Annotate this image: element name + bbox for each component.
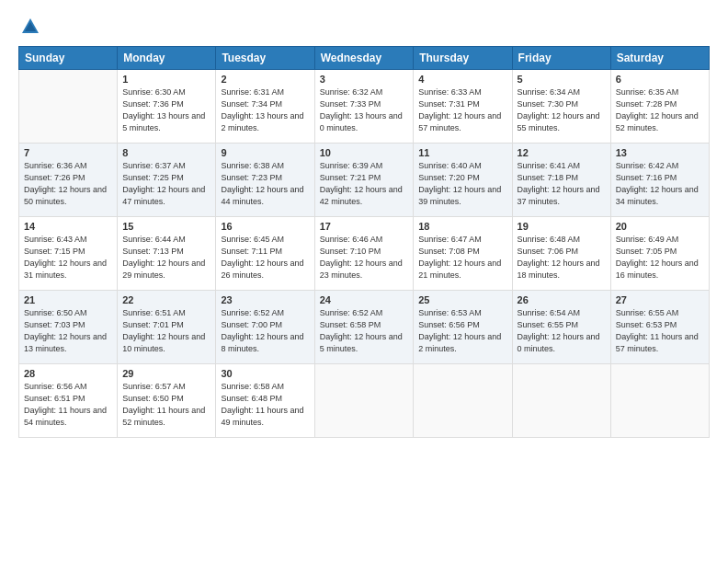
calendar-cell <box>314 364 414 438</box>
day-number: 10 <box>320 147 409 158</box>
day-info: Sunrise: 6:40 AMSunset: 7:20 PMDaylight:… <box>418 160 506 208</box>
day-number: 21 <box>24 294 112 305</box>
calendar-cell: 7Sunrise: 6:36 AMSunset: 7:26 PMDaylight… <box>19 144 118 217</box>
logo <box>18 17 40 37</box>
header <box>18 17 710 37</box>
day-number: 25 <box>418 294 506 305</box>
day-info: Sunrise: 6:30 AMSunset: 7:36 PMDaylight:… <box>122 86 210 134</box>
day-number: 7 <box>24 147 112 158</box>
day-info: Sunrise: 6:41 AMSunset: 7:18 PMDaylight:… <box>518 160 606 208</box>
day-number: 18 <box>418 221 506 232</box>
calendar-cell: 3Sunrise: 6:32 AMSunset: 7:33 PMDaylight… <box>314 70 414 144</box>
day-number: 28 <box>24 368 112 379</box>
calendar-cell <box>610 364 709 438</box>
day-number: 24 <box>320 294 409 305</box>
weekday-header-saturday: Saturday <box>610 47 709 70</box>
calendar-cell: 20Sunrise: 6:49 AMSunset: 7:05 PMDayligh… <box>610 217 709 291</box>
day-number: 14 <box>24 221 112 232</box>
day-info: Sunrise: 6:52 AMSunset: 7:00 PMDaylight:… <box>221 307 309 355</box>
day-number: 11 <box>418 147 506 158</box>
page: SundayMondayTuesdayWednesdayThursdayFrid… <box>0 0 728 563</box>
day-number: 23 <box>221 294 309 305</box>
day-info: Sunrise: 6:34 AMSunset: 7:30 PMDaylight:… <box>518 86 606 134</box>
day-info: Sunrise: 6:46 AMSunset: 7:10 PMDaylight:… <box>320 234 409 282</box>
day-info: Sunrise: 6:36 AMSunset: 7:26 PMDaylight:… <box>24 160 112 208</box>
day-number: 1 <box>122 74 210 85</box>
day-number: 6 <box>616 74 704 85</box>
weekday-header-monday: Monday <box>118 47 216 70</box>
day-number: 29 <box>122 368 210 379</box>
day-number: 8 <box>122 147 210 158</box>
calendar-cell: 19Sunrise: 6:48 AMSunset: 7:06 PMDayligh… <box>512 217 610 291</box>
weekday-header-friday: Friday <box>512 47 610 70</box>
calendar-cell: 10Sunrise: 6:39 AMSunset: 7:21 PMDayligh… <box>314 144 414 217</box>
day-number: 2 <box>221 74 309 85</box>
calendar-cell: 4Sunrise: 6:33 AMSunset: 7:31 PMDaylight… <box>414 70 512 144</box>
calendar-cell: 1Sunrise: 6:30 AMSunset: 7:36 PMDaylight… <box>118 70 216 144</box>
day-info: Sunrise: 6:37 AMSunset: 7:25 PMDaylight:… <box>122 160 210 208</box>
calendar-header-row: SundayMondayTuesdayWednesdayThursdayFrid… <box>19 47 710 70</box>
day-info: Sunrise: 6:51 AMSunset: 7:01 PMDaylight:… <box>122 307 210 355</box>
calendar-cell: 30Sunrise: 6:58 AMSunset: 6:48 PMDayligh… <box>216 364 314 438</box>
calendar-week-row: 7Sunrise: 6:36 AMSunset: 7:26 PMDaylight… <box>19 144 710 217</box>
day-info: Sunrise: 6:45 AMSunset: 7:11 PMDaylight:… <box>221 234 309 282</box>
day-number: 12 <box>518 147 606 158</box>
calendar-cell: 5Sunrise: 6:34 AMSunset: 7:30 PMDaylight… <box>512 70 610 144</box>
day-info: Sunrise: 6:52 AMSunset: 6:58 PMDaylight:… <box>320 307 409 355</box>
calendar-cell: 22Sunrise: 6:51 AMSunset: 7:01 PMDayligh… <box>118 291 216 364</box>
day-number: 22 <box>122 294 210 305</box>
day-number: 19 <box>518 221 606 232</box>
calendar-cell: 15Sunrise: 6:44 AMSunset: 7:13 PMDayligh… <box>118 217 216 291</box>
calendar-cell: 29Sunrise: 6:57 AMSunset: 6:50 PMDayligh… <box>118 364 216 438</box>
calendar-cell: 8Sunrise: 6:37 AMSunset: 7:25 PMDaylight… <box>118 144 216 217</box>
calendar-cell: 16Sunrise: 6:45 AMSunset: 7:11 PMDayligh… <box>216 217 314 291</box>
day-number: 20 <box>616 221 704 232</box>
day-number: 5 <box>518 74 606 85</box>
calendar-cell: 25Sunrise: 6:53 AMSunset: 6:56 PMDayligh… <box>414 291 512 364</box>
day-info: Sunrise: 6:39 AMSunset: 7:21 PMDaylight:… <box>320 160 409 208</box>
day-info: Sunrise: 6:33 AMSunset: 7:31 PMDaylight:… <box>418 86 506 134</box>
calendar-cell: 13Sunrise: 6:42 AMSunset: 7:16 PMDayligh… <box>610 144 709 217</box>
day-number: 13 <box>616 147 704 158</box>
day-info: Sunrise: 6:55 AMSunset: 6:53 PMDaylight:… <box>616 307 704 355</box>
calendar-cell: 6Sunrise: 6:35 AMSunset: 7:28 PMDaylight… <box>610 70 709 144</box>
weekday-header-sunday: Sunday <box>19 47 118 70</box>
calendar-week-row: 21Sunrise: 6:50 AMSunset: 7:03 PMDayligh… <box>19 291 710 364</box>
calendar-cell: 28Sunrise: 6:56 AMSunset: 6:51 PMDayligh… <box>19 364 118 438</box>
calendar-cell: 27Sunrise: 6:55 AMSunset: 6:53 PMDayligh… <box>610 291 709 364</box>
day-info: Sunrise: 6:43 AMSunset: 7:15 PMDaylight:… <box>24 234 112 282</box>
calendar-cell <box>512 364 610 438</box>
day-number: 26 <box>518 294 606 305</box>
calendar-week-row: 14Sunrise: 6:43 AMSunset: 7:15 PMDayligh… <box>19 217 710 291</box>
day-number: 16 <box>221 221 309 232</box>
calendar-cell: 2Sunrise: 6:31 AMSunset: 7:34 PMDaylight… <box>216 70 314 144</box>
day-info: Sunrise: 6:47 AMSunset: 7:08 PMDaylight:… <box>418 234 506 282</box>
day-info: Sunrise: 6:53 AMSunset: 6:56 PMDaylight:… <box>418 307 506 355</box>
day-info: Sunrise: 6:58 AMSunset: 6:48 PMDaylight:… <box>221 381 309 429</box>
day-number: 17 <box>320 221 409 232</box>
weekday-header-wednesday: Wednesday <box>314 47 414 70</box>
weekday-header-thursday: Thursday <box>414 47 512 70</box>
calendar-cell: 14Sunrise: 6:43 AMSunset: 7:15 PMDayligh… <box>19 217 118 291</box>
calendar-cell: 23Sunrise: 6:52 AMSunset: 7:00 PMDayligh… <box>216 291 314 364</box>
day-number: 30 <box>221 368 309 379</box>
day-info: Sunrise: 6:49 AMSunset: 7:05 PMDaylight:… <box>616 234 704 282</box>
calendar-cell <box>19 70 118 144</box>
day-number: 27 <box>616 294 704 305</box>
calendar-cell: 26Sunrise: 6:54 AMSunset: 6:55 PMDayligh… <box>512 291 610 364</box>
weekday-header-tuesday: Tuesday <box>216 47 314 70</box>
day-info: Sunrise: 6:31 AMSunset: 7:34 PMDaylight:… <box>221 86 309 134</box>
day-number: 15 <box>122 221 210 232</box>
calendar-cell: 24Sunrise: 6:52 AMSunset: 6:58 PMDayligh… <box>314 291 414 364</box>
day-info: Sunrise: 6:44 AMSunset: 7:13 PMDaylight:… <box>122 234 210 282</box>
calendar-cell <box>414 364 512 438</box>
day-number: 9 <box>221 147 309 158</box>
calendar-week-row: 1Sunrise: 6:30 AMSunset: 7:36 PMDaylight… <box>19 70 710 144</box>
day-info: Sunrise: 6:42 AMSunset: 7:16 PMDaylight:… <box>616 160 704 208</box>
day-number: 3 <box>320 74 409 85</box>
day-info: Sunrise: 6:57 AMSunset: 6:50 PMDaylight:… <box>122 381 210 429</box>
day-info: Sunrise: 6:48 AMSunset: 7:06 PMDaylight:… <box>518 234 606 282</box>
calendar-cell: 18Sunrise: 6:47 AMSunset: 7:08 PMDayligh… <box>414 217 512 291</box>
calendar-cell: 21Sunrise: 6:50 AMSunset: 7:03 PMDayligh… <box>19 291 118 364</box>
day-info: Sunrise: 6:32 AMSunset: 7:33 PMDaylight:… <box>320 86 409 134</box>
